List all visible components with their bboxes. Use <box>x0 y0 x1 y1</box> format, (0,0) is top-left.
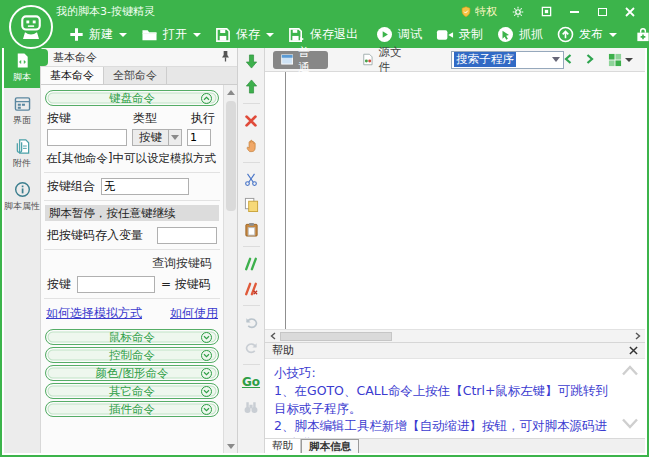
panel-scrollbar[interactable] <box>223 85 237 453</box>
expand-icon[interactable] <box>201 350 212 361</box>
scroll-down-icon[interactable] <box>224 439 238 453</box>
copy-button[interactable] <box>243 196 260 213</box>
dropdown-caret-icon[interactable] <box>609 33 617 37</box>
command-panel: 基本命令 基本命令 全部命令 键盘命令 按键 类型 <box>41 48 238 453</box>
toolbar-label: 打开 <box>163 26 187 43</box>
delete-button[interactable] <box>243 112 260 129</box>
script-editor-area[interactable] <box>265 72 645 329</box>
keycode-equals-label: = 按键码 <box>161 276 211 293</box>
help-panel-title: 帮助 <box>272 343 294 358</box>
editor-topbar: 普通 源文件 搜索子程序 <box>265 48 645 72</box>
expand-icon[interactable] <box>201 368 212 379</box>
save-button[interactable]: 保存 <box>208 21 281 48</box>
maximize-button[interactable] <box>595 5 609 19</box>
nav-forward-icon[interactable] <box>586 53 594 67</box>
move-down-button[interactable] <box>243 53 260 70</box>
editor-pane: 普通 源文件 搜索子程序 <box>265 48 645 453</box>
open-button[interactable]: 打开 <box>134 21 208 48</box>
cut-button[interactable] <box>243 171 260 188</box>
tab-all-commands[interactable]: 全部命令 <box>104 67 167 84</box>
record-button[interactable]: 录制 <box>429 21 490 48</box>
exec-count-input[interactable] <box>187 129 211 146</box>
undo-button[interactable] <box>243 314 260 331</box>
command-panel-body: 键盘命令 按键 类型 执行 按键 <box>41 85 237 453</box>
publish-button[interactable]: 发布 <box>550 21 624 48</box>
horizontal-scrollbar[interactable] <box>265 329 645 342</box>
find-binoculars-button[interactable] <box>243 398 260 415</box>
layout-grid-icon[interactable] <box>608 53 633 67</box>
expand-icon[interactable] <box>201 404 212 415</box>
paste-button[interactable] <box>243 221 260 238</box>
view-normal-button[interactable]: 普通 <box>273 51 328 69</box>
how-to-use-link[interactable]: 如何使用 <box>170 305 218 322</box>
new-button[interactable]: 新建 <box>62 21 134 48</box>
settings-gear-icon[interactable] <box>511 5 525 19</box>
section-control-commands[interactable]: 控制命令 <box>45 347 219 363</box>
sidebar-item-script[interactable]: 脚本 <box>4 48 40 88</box>
sidebar-item-attachment[interactable]: 附件 <box>4 134 40 174</box>
section-color-graphic-commands[interactable]: 颜色/图形命令 <box>45 365 219 381</box>
tab-basic-commands[interactable]: 基本命令 <box>41 67 104 84</box>
help-scroll-up-icon[interactable] <box>621 363 639 381</box>
key-input[interactable] <box>47 129 127 146</box>
close-button[interactable] <box>623 5 637 19</box>
sidebar-item-script-properties[interactable]: 脚本属性 <box>4 177 40 217</box>
query-keycode-link[interactable]: 查询按键码 <box>44 253 220 274</box>
simulation-hint-text: 在[其他命令]中可以设定模拟方式 <box>44 147 220 169</box>
pause-command-bar[interactable]: 脚本暂停，按任意键继续 <box>45 205 219 221</box>
dropdown-caret-icon[interactable] <box>625 58 633 62</box>
scrollbar-thumb[interactable] <box>280 332 392 341</box>
view-source-button[interactable]: 源文件 <box>362 45 411 75</box>
sidebar-item-label: 脚本 <box>13 71 31 84</box>
command-panel-title: 基本命令 <box>53 50 97 65</box>
dropdown-caret-icon[interactable] <box>266 33 274 37</box>
sidebar-item-interface[interactable]: 界面 <box>4 91 40 131</box>
pause-hand-button[interactable] <box>243 137 260 154</box>
scroll-right-icon[interactable] <box>630 330 645 343</box>
move-up-button[interactable] <box>243 78 260 95</box>
privilege-badge[interactable]: 特权 <box>460 4 497 19</box>
dropdown-caret-icon[interactable] <box>119 33 127 37</box>
key-type-select[interactable]: 按键 <box>132 129 182 146</box>
how-to-choose-simulation-link[interactable]: 如何选择模拟方式 <box>46 305 142 322</box>
resource-library-button[interactable]: 资源库 <box>628 21 649 48</box>
section-keyboard-commands[interactable]: 键盘命令 <box>45 90 219 106</box>
expand-icon[interactable] <box>201 332 212 343</box>
new-plus-icon <box>69 27 84 42</box>
section-other-commands[interactable]: 其它命令 <box>45 383 219 399</box>
search-subroutine-combobox[interactable]: 搜索子程序 <box>451 51 564 69</box>
help-scroll-down-icon[interactable] <box>621 416 639 434</box>
keycode-query-input[interactable] <box>77 276 155 293</box>
scrollbar-thumb[interactable] <box>226 101 236 211</box>
goto-button[interactable]: Go <box>243 373 260 390</box>
save-exit-button[interactable]: 保存退出 <box>281 21 365 48</box>
toolbar-separator <box>243 246 260 247</box>
resource-bag-icon <box>635 27 649 43</box>
script-document-icon <box>14 52 31 69</box>
capture-button[interactable]: 抓抓 <box>490 21 550 48</box>
expand-icon[interactable] <box>201 386 212 397</box>
nav-back-icon[interactable] <box>564 53 572 67</box>
comment-button[interactable] <box>243 255 260 272</box>
help-close-icon[interactable] <box>629 346 638 355</box>
collapse-icon[interactable] <box>201 93 212 104</box>
store-variable-input[interactable] <box>157 227 217 244</box>
key-combo-input[interactable] <box>101 178 189 195</box>
pin-icon[interactable] <box>220 50 231 65</box>
section-plugin-commands[interactable]: 插件命令 <box>45 401 219 417</box>
redo-button[interactable] <box>243 339 260 356</box>
toolbar-label: 发布 <box>579 26 603 43</box>
boss-key-icon[interactable] <box>539 5 553 19</box>
uncomment-button[interactable] <box>243 280 260 297</box>
section-mouse-commands[interactable]: 鼠标命令 <box>45 329 219 345</box>
minimize-button[interactable] <box>567 5 581 19</box>
left-sidebar: 脚本 界面 附件 <box>4 48 41 453</box>
scroll-left-icon[interactable] <box>265 330 280 343</box>
scroll-up-icon[interactable] <box>224 85 238 99</box>
combobox-arrow-icon[interactable] <box>549 57 563 62</box>
dropdown-caret-icon[interactable] <box>193 33 201 37</box>
main-toolbar: 新建 打开 保存 保存退出 调试 录制 抓抓 <box>2 21 647 48</box>
tab-script-info[interactable]: 脚本信息 <box>301 439 359 453</box>
search-input-value[interactable]: 搜索子程序 <box>454 52 516 67</box>
tab-help[interactable]: 帮助 <box>265 439 301 453</box>
